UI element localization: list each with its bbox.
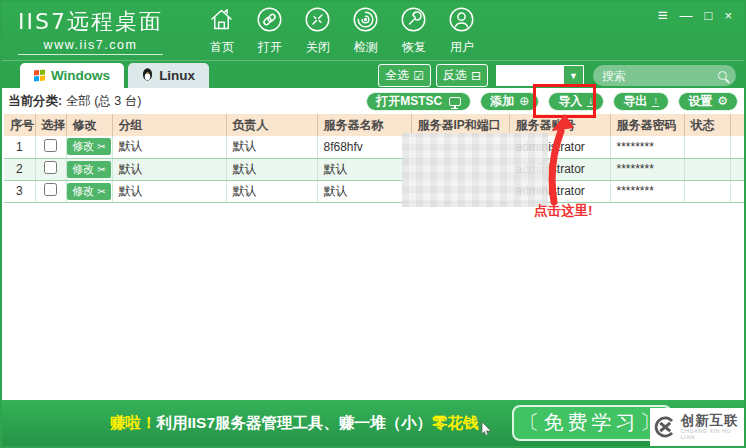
cell-status	[684, 180, 730, 202]
action-bar: 当前分类: 全部 (总 3 台) 打开MSTSC 添加 ⊕ 导入 ↓ 导出 ↑ …	[2, 88, 744, 114]
category-value: 全部 (总 3 台)	[66, 94, 142, 108]
cell-group: 默认	[112, 136, 226, 158]
cell-seq: 2	[4, 158, 35, 180]
red-arrow-icon	[530, 114, 590, 206]
watermark-brand-sub: CHUANG XIN HU LIAN	[681, 429, 741, 440]
monitor-icon	[449, 97, 461, 106]
promo-text: 利用IIS7服务器管理工具、赚一堆（小）	[157, 413, 433, 434]
linux-penguin-icon	[142, 67, 153, 84]
checkbox-minus-icon: ⊟	[471, 69, 481, 83]
nav-close-conn[interactable]: 关闭	[301, 6, 335, 56]
col-password: 服务器密码	[610, 114, 684, 136]
cell-server-name: 8f68hfv	[317, 136, 411, 158]
promo-highlight-2: 零花钱	[432, 413, 479, 434]
nav-restore-label: 恢复	[402, 39, 426, 56]
gear-icon: ⚙	[717, 96, 728, 106]
search-box	[593, 65, 736, 86]
click-here-label: 点击这里!	[534, 202, 593, 220]
search-input[interactable]	[602, 69, 718, 83]
table-header-row: 序号 选择 修改 分组 负责人 服务器名称 服务器IP和端口 服务器账号 服务器…	[4, 114, 746, 136]
row-checkbox[interactable]	[44, 183, 57, 196]
export-icon: ↑	[652, 96, 659, 107]
col-modify: 修改	[66, 114, 112, 136]
cell-group: 默认	[112, 180, 226, 202]
group-dropdown[interactable]: ▼	[496, 65, 584, 86]
cell-group: 默认	[112, 158, 226, 180]
cursor-icon	[481, 422, 492, 435]
nav-open-label: 打开	[258, 39, 282, 56]
link-broken-icon	[304, 6, 331, 37]
nav-home-label: 首页	[210, 39, 234, 56]
select-all-label: 全选	[385, 67, 409, 84]
row-checkbox[interactable]	[44, 139, 57, 152]
table-row: 3 修改✂ 默认 默认 默认 administrator ********	[4, 180, 746, 202]
tab-windows-label: Windows	[51, 68, 110, 83]
export-button[interactable]: 导出 ↑	[613, 92, 669, 111]
nav-restore[interactable]: 恢复	[397, 6, 431, 56]
cx-logo-icon	[653, 414, 677, 440]
cell-seq: 3	[4, 180, 35, 202]
tab-strip: Windows Linux 全选 ☑ 反选 ⊟ ▼	[2, 60, 744, 88]
scissors-icon: ✂	[97, 164, 105, 175]
chevron-down-icon[interactable]: ▼	[564, 66, 583, 85]
table-row: 2 修改✂ 默认 默认 默认 administrator ********	[4, 158, 746, 180]
scissors-icon: ✂	[97, 141, 105, 152]
modify-button[interactable]: 修改✂	[67, 161, 110, 178]
cell-filler	[730, 180, 746, 202]
nav-detect[interactable]: 检测	[349, 6, 383, 56]
cell-status	[684, 158, 730, 180]
cell-owner: 默认	[226, 158, 317, 180]
tab-windows[interactable]: Windows	[20, 63, 124, 88]
col-filler	[730, 114, 746, 136]
cell-filler	[730, 158, 746, 180]
modify-button[interactable]: 修改✂	[67, 138, 110, 155]
settings-button[interactable]: 设置 ⚙	[678, 92, 738, 111]
modify-button[interactable]: 修改✂	[67, 183, 110, 200]
wrench-icon	[400, 6, 427, 37]
main-nav: 首页 打开 关闭 检测	[205, 6, 479, 56]
settings-label: 设置	[688, 93, 712, 110]
nav-detect-label: 检测	[354, 39, 378, 56]
category-status: 当前分类: 全部 (总 3 台)	[8, 93, 141, 110]
free-learn-button[interactable]: 〔免费学习〕	[512, 405, 672, 441]
nav-open[interactable]: 打开	[253, 6, 287, 56]
col-select: 选择	[35, 114, 66, 136]
close-icon[interactable]: ×	[724, 8, 732, 24]
plus-circle-icon: ⊕	[519, 96, 529, 106]
checkbox-checked-icon: ☑	[413, 69, 424, 83]
cell-owner: 默认	[226, 136, 317, 158]
menu-icon[interactable]: ≡	[658, 8, 668, 24]
highlight-box	[533, 84, 596, 118]
cell-password: ********	[610, 136, 684, 158]
scissors-icon: ✂	[97, 186, 105, 197]
watermark: 创新互联 CHUANG XIN HU LIAN	[650, 408, 744, 446]
col-owner: 负责人	[226, 114, 317, 136]
cell-owner: 默认	[226, 180, 317, 202]
table-row: 1 修改✂ 默认 默认 8f68hfv administrator ******…	[4, 136, 746, 158]
invert-select-button[interactable]: 反选 ⊟	[436, 64, 488, 87]
search-icon[interactable]	[718, 71, 727, 80]
cell-server-name: 默认	[317, 180, 411, 202]
group-dropdown-value	[497, 66, 564, 85]
col-status: 状态	[684, 114, 730, 136]
cell-password: ********	[610, 158, 684, 180]
col-group: 分组	[112, 114, 226, 136]
maximize-icon[interactable]: □	[705, 8, 713, 24]
nav-close-conn-label: 关闭	[306, 39, 330, 56]
select-all-button[interactable]: 全选 ☑	[378, 64, 431, 87]
window-controls: ≡ — □ ×	[658, 8, 732, 24]
cell-password: ********	[610, 180, 684, 202]
cell-server-name: 默认	[317, 158, 411, 180]
title-bar: IIS7远程桌面 www.iis7.com 首页 打开 关闭	[2, 2, 744, 60]
nav-user[interactable]: 用户	[445, 6, 479, 56]
open-mstsc-button[interactable]: 打开MSTSC	[366, 92, 471, 111]
nav-home[interactable]: 首页	[205, 6, 239, 56]
add-server-button[interactable]: 添加 ⊕	[480, 92, 539, 111]
tab-linux[interactable]: Linux	[128, 63, 209, 88]
user-icon	[448, 6, 475, 37]
minimize-icon[interactable]: —	[680, 8, 693, 24]
cell-seq: 1	[4, 136, 35, 158]
cell-status	[684, 136, 730, 158]
watermark-brand: 创新互联	[681, 414, 741, 428]
row-checkbox[interactable]	[44, 161, 57, 174]
